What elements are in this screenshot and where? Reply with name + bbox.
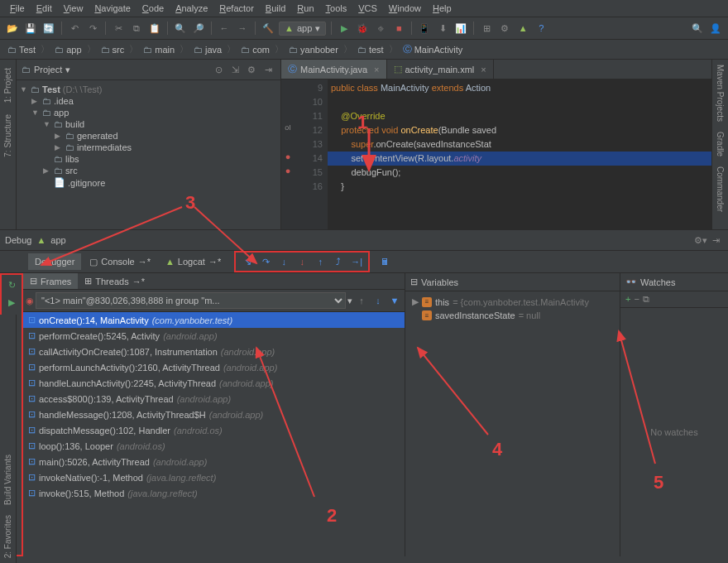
debug-icon[interactable]: 🐞: [355, 21, 370, 36]
menu-code[interactable]: Code: [137, 2, 169, 15]
tab-activity-main[interactable]: ⬚activity_main.xml×: [387, 60, 494, 79]
tool-tab[interactable]: Gradle: [714, 127, 726, 161]
menu-view[interactable]: View: [59, 2, 89, 15]
resume-icon[interactable]: ▶: [3, 294, 20, 310]
project-tree[interactable]: ▼🗀 Test (D:\ \Test) ▶🗀 .idea ▼🗀 app ▼🗀 b…: [17, 80, 280, 229]
stack-frame[interactable]: ⊡ onCreate():14, MainActivity (com.yanbo…: [23, 312, 405, 328]
menu-analyze[interactable]: Analyze: [170, 2, 213, 15]
stack-frame[interactable]: ⊡ loop():136, Looper (android.os): [23, 438, 405, 454]
duplicate-watch-icon[interactable]: ⧉: [643, 294, 649, 305]
save-icon[interactable]: 💾: [23, 21, 38, 36]
make-icon[interactable]: 🔨: [261, 21, 275, 36]
breadcrumb-item[interactable]: 🗀 test: [355, 44, 386, 55]
tool-tab[interactable]: 2: Favorites: [2, 510, 14, 563]
redo-icon[interactable]: ↷: [85, 21, 100, 36]
gear-icon[interactable]: ⚙▾: [693, 233, 708, 248]
step-over-icon[interactable]: ↷: [257, 254, 274, 269]
breadcrumb-item[interactable]: 🗀 java: [191, 44, 224, 55]
copy-icon[interactable]: ⧉: [129, 21, 144, 36]
filter-icon[interactable]: ▼: [387, 293, 402, 308]
settings-icon[interactable]: ⚙: [497, 21, 512, 36]
remove-watch-icon[interactable]: −: [634, 294, 639, 305]
open-icon[interactable]: 📂: [5, 21, 20, 36]
stop-icon[interactable]: ■: [391, 21, 406, 36]
sdk-icon[interactable]: ⬇: [435, 21, 450, 36]
breadcrumb-item[interactable]: 🗀 src: [98, 44, 127, 55]
menu-refactor[interactable]: Refactor: [214, 2, 259, 15]
replace-icon[interactable]: 🔎: [191, 21, 206, 36]
add-watch-icon[interactable]: +: [625, 294, 630, 305]
stack-frame[interactable]: ⊡ callActivityOnCreate():1087, Instrumen…: [23, 344, 405, 359]
breadcrumb-item[interactable]: 🗀 com: [238, 44, 272, 55]
undo-icon[interactable]: ↶: [67, 21, 82, 36]
tab-logcat[interactable]: ▲ Logcat →*: [159, 253, 228, 270]
structure-icon[interactable]: ⊞: [479, 21, 494, 36]
help-icon[interactable]: ?: [534, 21, 548, 36]
menu-file[interactable]: File: [5, 2, 30, 15]
menu-window[interactable]: Window: [384, 2, 426, 15]
collapse-icon[interactable]: ⇲: [228, 62, 242, 77]
drop-frame-icon[interactable]: ⤴: [330, 254, 347, 269]
next-frame-icon[interactable]: ↓: [371, 293, 386, 308]
run-to-cursor-icon[interactable]: →|: [348, 254, 365, 269]
stack-frame[interactable]: ⊡ invoke():515, Method (java.lang.reflec…: [23, 485, 405, 501]
run-icon[interactable]: ▶: [337, 21, 352, 36]
menu-help[interactable]: Help: [428, 2, 457, 15]
tool-tab[interactable]: 1: Project: [2, 63, 14, 108]
hide-icon[interactable]: ⇥: [261, 62, 275, 77]
chevron-down-icon[interactable]: ▾: [347, 296, 352, 306]
menu-vcs[interactable]: VCS: [353, 2, 382, 15]
stack-frame[interactable]: ⊡ access$800():139, ActivityThread (andr…: [23, 391, 405, 407]
close-icon[interactable]: ×: [374, 65, 379, 75]
tab-threads[interactable]: ⊞ Threads →*: [78, 273, 151, 289]
evaluate-icon[interactable]: 🖩: [376, 254, 393, 269]
android-icon[interactable]: ▲: [515, 21, 530, 36]
attach-icon[interactable]: ⎆: [373, 21, 388, 36]
menu-build[interactable]: Build: [261, 2, 290, 15]
prev-frame-icon[interactable]: ↑: [354, 293, 369, 308]
cut-icon[interactable]: ✂: [111, 21, 126, 36]
tab-console[interactable]: ▢ Console →*: [83, 253, 157, 271]
breadcrumb-item[interactable]: 🗀 yanbober: [286, 44, 341, 55]
forward-icon[interactable]: →: [235, 21, 250, 36]
run-config-selector[interactable]: ▲ app ▾: [279, 22, 326, 36]
search-everywhere-icon[interactable]: 🔍: [690, 21, 705, 36]
variables-tree[interactable]: ▶≡ this = {com.yanbober.test.MainActivit…: [405, 291, 620, 556]
tool-tab[interactable]: Commander: [714, 161, 726, 217]
scroll-from-icon[interactable]: ⊙: [211, 62, 226, 77]
stack-frame[interactable]: ⊡ handleMessage():1208, ActivityThread$H…: [23, 407, 405, 422]
show-exec-point-icon[interactable]: ↘: [239, 254, 256, 269]
thread-selector[interactable]: "<1> main"@830,026,398,888 in group "m..…: [36, 292, 346, 309]
user-icon[interactable]: 👤: [708, 21, 723, 36]
stack-frame[interactable]: ⊡ performLaunchActivity():2160, Activity…: [23, 359, 405, 375]
stack-frame[interactable]: ⊡ dispatchMessage():102, Handler (androi…: [23, 422, 405, 438]
gutter[interactable]: 910111213141516: [295, 79, 328, 229]
menu-tools[interactable]: Tools: [321, 2, 352, 15]
stack-frame[interactable]: ⊡ performCreate():5245, Activity (androi…: [23, 328, 405, 344]
frame-list[interactable]: ⊡ onCreate():14, MainActivity (com.yanbo…: [23, 312, 405, 556]
tool-tab[interactable]: 7: Structure: [2, 109, 14, 162]
tab-frames[interactable]: ⊟ Frames: [23, 273, 78, 289]
stack-frame[interactable]: ⊡ main():5026, ActivityThread (android.a…: [23, 454, 405, 469]
code-area[interactable]: public class MainActivity extends Action…: [328, 79, 711, 229]
avd-icon[interactable]: 📱: [417, 21, 432, 36]
tool-tab[interactable]: Maven Projects: [714, 60, 726, 127]
paste-icon[interactable]: 📋: [147, 21, 162, 36]
tab-debugger[interactable]: Debugger: [28, 253, 81, 270]
force-step-into-icon[interactable]: ↓: [294, 254, 310, 269]
menu-edit[interactable]: Edit: [31, 2, 57, 15]
breadcrumb-item[interactable]: Ⓒ MainActivity: [400, 42, 466, 56]
sync-icon[interactable]: 🔄: [41, 21, 56, 36]
menu-run[interactable]: Run: [292, 2, 318, 15]
gear-icon[interactable]: ⚙: [244, 62, 259, 77]
menu-navigate[interactable]: Navigate: [89, 2, 135, 15]
rerun-icon[interactable]: ↻: [3, 277, 20, 293]
close-icon[interactable]: ×: [481, 65, 486, 75]
find-icon[interactable]: 🔍: [173, 21, 188, 36]
monitor-icon[interactable]: 📊: [453, 21, 468, 36]
back-icon[interactable]: ←: [217, 21, 232, 36]
chevron-down-icon[interactable]: ▾: [65, 65, 70, 75]
step-into-icon[interactable]: ↓: [275, 254, 292, 269]
step-out-icon[interactable]: ↑: [312, 254, 328, 269]
stack-frame[interactable]: ⊡ invokeNative():-1, Method (java.lang.r…: [23, 469, 405, 485]
